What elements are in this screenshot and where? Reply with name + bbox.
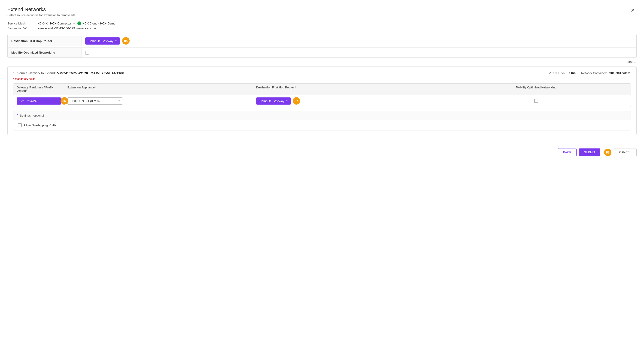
chevron-down-icon: ▾ (115, 39, 117, 42)
allow-overlapping-vlan-checkbox[interactable] (18, 123, 22, 127)
config-value-router: Compute Gateway ▾ 85 (82, 34, 636, 47)
row-router-value: Compute Gateway (260, 99, 284, 103)
arrow-icon: → (73, 21, 76, 25)
service-mesh-value: HCX-IX : HCX-Connector → HCX Cloud - HCX… (38, 21, 116, 25)
router-cell: Compute Gateway ▾ 87 (253, 95, 442, 107)
settings-section: ˅ Settings - optional Allow Overlapping … (13, 111, 631, 130)
row-router-chevron-icon: ▾ (286, 99, 288, 102)
gateway-ip-input[interactable] (17, 97, 61, 105)
extension-appliance-dropdown[interactable]: HCX-IX-NE-I1 (0 of 8) ▾ (68, 97, 123, 105)
row-mobility-checkbox[interactable] (534, 99, 538, 103)
container-label: Network Container: (581, 71, 607, 75)
config-row-router: Destination First Hop Router Compute Gat… (8, 34, 636, 47)
badge-85: 85 (122, 37, 130, 44)
allow-overlapping-vlan-label: Allow Overlapping VLAN (24, 123, 56, 127)
mandatory-note: * mandatory fields (13, 77, 631, 81)
vlan-info: VLAN ID/VNI: 1166 (549, 71, 576, 75)
badge-88: 88 (604, 149, 612, 156)
cloud-icon (78, 21, 81, 25)
back-button[interactable]: BACK (558, 148, 576, 156)
appliance-value: HCX-IX-NE-I1 (0 of 8) (70, 99, 100, 103)
settings-chevron-icon: ˅ (17, 113, 18, 118)
service-mesh-row: Service Mesh: HCX-IX : HCX-Connector → H… (8, 21, 636, 25)
row-mobility-cell (442, 97, 630, 105)
config-table: Destination First Hop Router Compute Gat… (8, 34, 636, 58)
appliance-cell: HCX-IX-NE-I1 (0 of 8) ▾ (64, 95, 253, 107)
submit-area: SUBMIT 88 (579, 148, 612, 156)
service-mesh-label: Service Mesh: (8, 22, 38, 25)
vlan-value: 1166 (569, 71, 576, 75)
modal-header: Extend Networks Select source networks f… (8, 6, 636, 17)
settings-body: Allow Overlapping VLAN (14, 120, 630, 130)
cancel-button[interactable]: CANCEL (614, 148, 636, 156)
container-info: Network Container: m01-cl01-vds01 (581, 71, 631, 75)
total-line: total: 1 (8, 60, 636, 63)
modal-title: Extend Networks (8, 6, 76, 12)
col-header-appliance: Extension Appliance * (64, 84, 253, 95)
destination-vc-label: Destination VC: (8, 26, 38, 30)
appliance-chevron-icon: ▾ (118, 99, 120, 102)
inner-table-header: Gateway IP Address / Prefix Length* Exte… (14, 84, 630, 95)
settings-header[interactable]: ˅ Settings - optional (14, 111, 630, 120)
network-card-meta: VLAN ID/VNI: 1166 Network Container: m01… (549, 71, 631, 75)
network-card: 1. Source Network to Extend: VMC-DEMO-WO… (8, 66, 636, 135)
vlan-label: VLAN ID/VNI: (549, 71, 567, 75)
destination-vc-value: vcenter.sddc-52-13-156-179.vmwarevmc.com (38, 26, 98, 30)
service-mesh-source: HCX-IX : HCX-Connector (38, 22, 72, 25)
inner-table: Gateway IP Address / Prefix Length* Exte… (13, 83, 631, 107)
config-value-mobility (82, 48, 636, 57)
mobility-checkbox[interactable] (85, 51, 89, 54)
container-value: m01-cl01-vds01 (608, 71, 631, 75)
submit-button[interactable]: SUBMIT (579, 148, 600, 156)
col-header-ip: Gateway IP Address / Prefix Length* (14, 84, 64, 95)
config-row-mobility: Mobility Optimized Networking (8, 47, 636, 57)
extend-networks-modal: Extend Networks Select source networks f… (0, 0, 644, 344)
network-card-header: 1. Source Network to Extend: VMC-DEMO-WO… (13, 71, 631, 75)
inner-table-row: 86 HCX-IX-NE-I1 (0 of 8) ▾ Compute Gatew… (14, 95, 630, 107)
destination-router-value: Compute Gateway (88, 39, 114, 43)
col-header-mobility: Mobility Optimized Networking (442, 84, 630, 95)
service-mesh-dest: HCX Cloud - HCX-Demo (82, 22, 116, 25)
config-label-mobility: Mobility Optimized Networking (8, 47, 82, 57)
header-text-block: Extend Networks Select source networks f… (8, 6, 76, 17)
ip-cell: 86 (14, 95, 64, 107)
badge-87: 87 (293, 97, 300, 105)
footer: BACK SUBMIT 88 CANCEL (8, 145, 636, 156)
network-card-title: 1. Source Network to Extend: VMC-DEMO-WO… (13, 71, 124, 75)
config-label-router: Destination First Hop Router (8, 36, 82, 46)
network-index: 1. (13, 71, 16, 75)
badge-86: 86 (60, 97, 68, 105)
close-button[interactable]: ✕ (629, 6, 636, 14)
network-prefix: Source Network to Extend: (17, 71, 56, 75)
modal-subtitle: Select source networks for extension to … (8, 13, 76, 17)
col-header-router: Destination First Hop Router * (253, 84, 442, 95)
network-name: VMC-DEMO-WORKLOAD-L2E-VLAN1166 (57, 71, 124, 75)
row-destination-router-dropdown[interactable]: Compute Gateway ▾ (256, 97, 291, 105)
settings-header-label: Settings - optional (20, 114, 44, 117)
meta-section: Service Mesh: HCX-IX : HCX-Connector → H… (8, 21, 636, 30)
destination-router-dropdown[interactable]: Compute Gateway ▾ (85, 37, 120, 44)
destination-vc-row: Destination VC: vcenter.sddc-52-13-156-1… (8, 26, 636, 30)
